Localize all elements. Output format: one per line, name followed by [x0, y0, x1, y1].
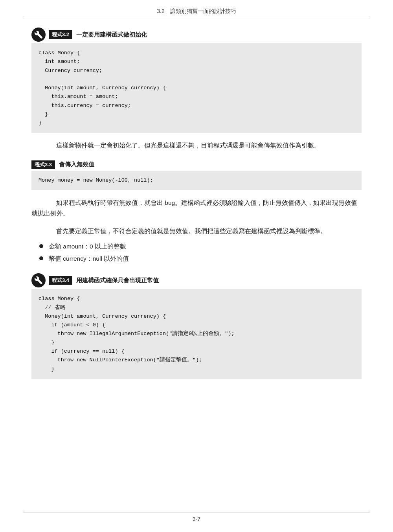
page: 3.2 讓類別獨當一面的設計技巧 程式3.2 一定要用建構函式做初始化 clas…: [0, 0, 393, 532]
header-text: 3.2 讓類別獨當一面的設計技巧: [157, 8, 236, 15]
listing-32-icon: [31, 28, 46, 42]
bullet-text-2: 幣值 currency：null 以外的值: [49, 253, 129, 264]
bullet-list: 金額 amount：0 以上的整數 幣值 currency：null 以外的值: [39, 241, 362, 264]
bottom-rule: [24, 512, 369, 512]
listing-34-title: 用建構函式確保只會出現正常值: [76, 277, 159, 284]
paragraph-2: 如果程式碼執行時帶有無效值，就會出 bug。建構函式裡必須驗證輸入值，防止無效值…: [31, 197, 362, 219]
listing-34-label: 程式3.4: [49, 276, 72, 285]
bullet-dot-2: [39, 256, 43, 260]
paragraph-3: 首先要定義正常值，不符合定義的值就是無效值。我們把這些定義寫在建構函式裡設為判斷…: [31, 226, 362, 236]
listing-33-title: 會傳入無效值: [59, 161, 94, 168]
listing-33-code: Money money = new Money(-100, null);: [31, 171, 362, 190]
bullet-item-2: 幣值 currency：null 以外的值: [39, 253, 362, 264]
content-area: 程式3.2 一定要用建構函式做初始化 class Money { int amo…: [31, 24, 362, 504]
paragraph-1: 這樣新物件就一定會初始化了。但光是這樣還不夠，目前程式碼還是可能會傳無效值作為引…: [31, 140, 362, 151]
listing-34-icon: [31, 273, 46, 287]
listing-33-label: 程式3.3: [31, 160, 55, 169]
listing-34-header: 程式3.4 用建構函式確保只會出現正常值: [31, 273, 362, 287]
wrench-icon: [34, 30, 43, 39]
page-number: 3-7: [0, 516, 393, 522]
listing-32-title: 一定要用建構函式做初始化: [76, 31, 147, 39]
listing-32-label: 程式3.2: [49, 30, 72, 39]
listing-32-code: class Money { int amount; Currency curre…: [31, 43, 362, 133]
listing-34-code: class Money { // 省略 Money(int amount, Cu…: [31, 289, 362, 379]
top-rule: [24, 16, 369, 16]
listing-33-header: 程式3.3 會傳入無效值: [31, 160, 362, 169]
bullet-dot-1: [39, 244, 43, 248]
bullet-text-1: 金額 amount：0 以上的整數: [49, 241, 126, 252]
page-header: 3.2 讓類別獨當一面的設計技巧: [24, 8, 369, 15]
bullet-item-1: 金額 amount：0 以上的整數: [39, 241, 362, 252]
listing-32-header: 程式3.2 一定要用建構函式做初始化: [31, 28, 362, 42]
wrench-icon-2: [34, 276, 43, 285]
